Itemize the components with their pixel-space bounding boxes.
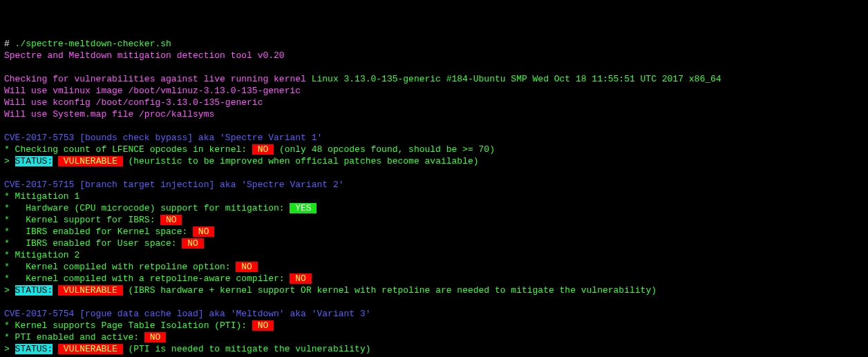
cve2-retpoline-opt-label: * Kernel compiled with retpoline option: [4, 262, 236, 272]
cve3-pti-support-label: * Kernel supports Page Table Isolation (… [4, 320, 252, 331]
cve2-ibrs-kernel-label: * Kernel support for IBRS: [4, 215, 160, 225]
cve1-check-detail: (only 48 opcodes found, should be >= 70) [274, 144, 495, 155]
cve2-status-label: STATUS: [15, 285, 53, 296]
kernel-version: Linux 3.13.0-135-generic #184-Ubuntu SMP… [312, 74, 721, 84]
tool-title: Spectre and Meltdown mitigation detectio… [4, 50, 285, 61]
cve2-retpoline-comp-label: * Kernel compiled with a retpoline-aware… [4, 273, 290, 284]
cve2-header: CVE-2017-5715 [branch target injection] … [4, 180, 343, 190]
cve3-status-label: STATUS: [15, 344, 53, 354]
cve1-header: CVE-2017-5753 [bounds check bypass] aka … [4, 133, 322, 143]
cve1-status-detail: (heuristic to be improved when official … [123, 156, 479, 166]
cve2-mitigation2: * Mitigation 2 [4, 250, 79, 260]
command-text: ./spectre-meltdown-checker.sh [15, 39, 171, 49]
cve2-ibrs-kernel-badge: NO [160, 215, 182, 225]
cve2-status-detail: (IBRS hardware + kernel support OR kerne… [123, 285, 657, 296]
cve3-status-detail: (PTI is needed to mitigate the vulnerabi… [123, 344, 371, 354]
cve3-status-prefix: > [4, 344, 15, 354]
cve2-retpoline-opt-badge: NO [236, 262, 257, 272]
cve2-ibrs-uspace-badge: NO [182, 238, 203, 249]
cve1-check-label: * Checking count of LFENCE opcodes in ke… [4, 144, 252, 155]
cve3-header: CVE-2017-5754 [rogue data cache load] ak… [4, 309, 371, 319]
cve2-hw-label: * Hardware (CPU microcode) support for m… [4, 203, 290, 213]
cve2-ibrs-kspace-label: * IBRS enabled for Kernel space: [4, 226, 193, 237]
cve2-hw-badge: YES [290, 203, 317, 213]
cve1-check-badge: NO [252, 144, 274, 155]
use-kconfig: Will use kconfig /boot/config-3.13.0-135… [4, 97, 263, 108]
cve2-ibrs-kspace-badge: NO [193, 226, 214, 237]
check-prefix: Checking for vulnerabilities against liv… [4, 74, 312, 84]
shell-prompt: # [4, 39, 15, 49]
use-vmlinux: Will use vmlinux image /boot/vmlinuz-3.1… [4, 86, 301, 96]
cve2-mitigation1: * Mitigation 1 [4, 191, 79, 202]
cve3-pti-active-badge: NO [144, 332, 166, 342]
cve1-status-label: STATUS: [15, 156, 53, 166]
cve2-status-badge: VULNERABLE [58, 285, 123, 296]
cve3-pti-active-label: * PTI enabled and active: [4, 332, 144, 342]
cve3-pti-support-badge: NO [252, 320, 274, 331]
cve3-status-badge: VULNERABLE [58, 344, 123, 354]
cve1-status-badge: VULNERABLE [58, 156, 123, 166]
cve2-retpoline-comp-badge: NO [290, 273, 311, 284]
cve2-ibrs-uspace-label: * IBRS enabled for User space: [4, 238, 182, 249]
terminal-output: # ./spectre-meltdown-checker.sh Spectre … [4, 38, 864, 357]
cve1-status-prefix: > [4, 156, 15, 166]
cve2-status-prefix: > [4, 285, 15, 296]
use-systemmap: Will use System.map file /proc/kallsyms [4, 109, 214, 119]
